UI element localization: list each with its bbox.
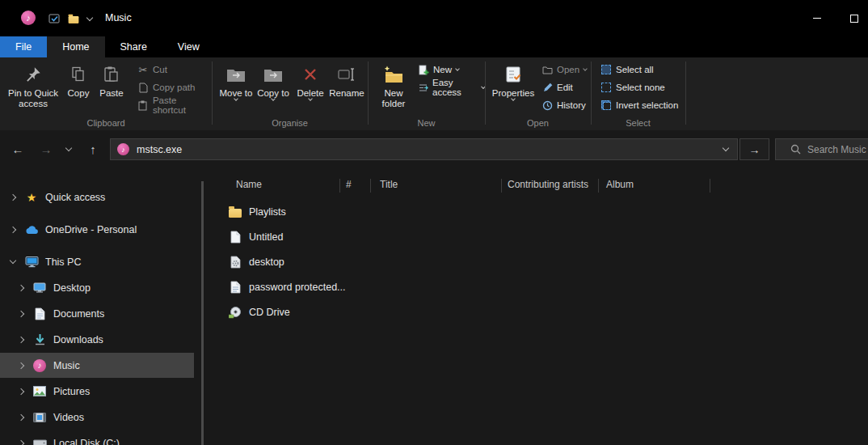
quick-access-new-folder-button[interactable] (66, 11, 81, 26)
select-all-label: Select all (616, 65, 654, 74)
easy-access-button[interactable]: Easy access (418, 80, 485, 95)
go-button[interactable]: → (739, 138, 769, 160)
cut-button[interactable]: ✂ Cut (137, 62, 167, 77)
paste-label: Paste (99, 88, 123, 99)
invert-selection-button[interactable]: Invert selection (600, 98, 678, 112)
sidebar-item-this-pc[interactable]: This PC (0, 249, 194, 274)
expander[interactable] (6, 261, 19, 263)
tab-share[interactable]: Share (105, 36, 162, 57)
chevron-right-icon (18, 310, 24, 316)
up-arrow-icon: ↑ (90, 142, 96, 156)
expander[interactable] (6, 195, 19, 200)
sidebar-item-music[interactable]: ♪ Music (0, 353, 194, 378)
sidebar-item-onedrive[interactable]: OneDrive - Personal (0, 217, 194, 242)
music-note-icon: ♪ (26, 13, 31, 23)
column-header-album[interactable]: Album (606, 179, 634, 190)
expander[interactable] (15, 389, 27, 394)
paste-shortcut-icon (137, 100, 149, 111)
sidebar-item-quick-access[interactable]: ★ Quick access (0, 184, 194, 210)
up-button[interactable]: ↑ (81, 138, 105, 160)
easy-access-icon (418, 83, 428, 93)
column-header-contributing-artists[interactable]: Contributing artists (508, 179, 588, 190)
music-note-icon: ♪ (117, 143, 129, 155)
address-bar[interactable]: ♪ mstsc.exe (110, 138, 738, 160)
move-to-button[interactable]: Move to (218, 63, 254, 100)
expander[interactable] (15, 415, 27, 420)
sidebar-label: Desktop (53, 282, 91, 294)
file-row-desktop[interactable]: desktop (218, 249, 711, 274)
sidebar-item-pictures[interactable]: Pictures (0, 379, 194, 404)
copy-path-button[interactable]: Copy path (137, 80, 195, 95)
sidebar-label: Downloads (53, 334, 103, 345)
address-dropdown-button[interactable] (714, 139, 737, 159)
cd-drive-icon (228, 305, 242, 320)
explorer-window: ♪ Music File Home Share View Pin to Quic… (0, 0, 868, 445)
back-button[interactable]: ← (6, 138, 30, 160)
column-divider[interactable] (598, 179, 599, 193)
sidebar-item-downloads[interactable]: Downloads (0, 327, 194, 352)
sidebar-item-videos[interactable]: Videos (0, 405, 194, 430)
quick-access-toolbar-dropdown[interactable] (84, 11, 95, 26)
edit-button[interactable]: Edit (541, 80, 573, 95)
minimize-button[interactable] (798, 0, 836, 36)
open-button[interactable]: Open (541, 62, 587, 77)
column-divider[interactable] (710, 179, 710, 193)
invert-selection-label: Invert selection (616, 100, 678, 110)
expander[interactable] (15, 363, 27, 368)
new-folder-button[interactable]: New folder (376, 63, 411, 109)
forward-button[interactable]: → (34, 138, 58, 160)
file-row-password-protected[interactable]: password protected... (218, 274, 711, 299)
column-divider[interactable] (501, 179, 502, 193)
go-arrow-icon: → (749, 143, 761, 156)
check-window-icon (48, 13, 60, 24)
copy-to-button[interactable]: Copy to (255, 63, 291, 100)
search-input[interactable]: Search Music (775, 138, 868, 160)
paste-button[interactable]: Paste (95, 63, 128, 99)
expander[interactable] (6, 227, 19, 232)
select-all-button[interactable]: Select all (600, 62, 654, 77)
column-divider[interactable] (339, 179, 340, 193)
file-row-playlists[interactable]: Playlists (218, 199, 711, 224)
new-item-icon (418, 65, 429, 75)
tab-view[interactable]: View (162, 36, 215, 57)
delete-button[interactable]: Delete (294, 63, 327, 100)
select-none-label: Select none (616, 83, 665, 92)
copy-button[interactable]: Copy (63, 63, 94, 99)
pin-to-quick-access-button[interactable]: Pin to Quick access (5, 63, 61, 109)
ribbon-group-organise: Move to Copy to Delete (212, 57, 368, 130)
file-row-untitled[interactable]: Untitled (218, 224, 711, 249)
address-path[interactable]: mstsc.exe (137, 144, 182, 155)
sidebar-item-documents[interactable]: Documents (0, 301, 194, 326)
expander[interactable] (15, 312, 27, 316)
properties-button[interactable]: Properties (490, 63, 537, 100)
tab-home[interactable]: Home (47, 36, 104, 57)
quick-access-properties-button[interactable] (47, 11, 61, 26)
forward-arrow-icon: → (40, 142, 53, 156)
new-item-button[interactable]: New (418, 62, 459, 77)
file-row-cd-drive[interactable]: CD Drive (218, 299, 711, 324)
column-header-title[interactable]: Title (380, 179, 398, 190)
copy-label: Copy (68, 88, 90, 99)
sidebar-scrollbar[interactable] (201, 181, 204, 445)
sidebar-item-local-disk-c[interactable]: Local Disk (C:) (0, 430, 194, 445)
history-button[interactable]: History (541, 98, 586, 112)
rename-button[interactable]: Rename (328, 63, 365, 99)
file-icon (228, 230, 242, 244)
column-divider[interactable] (370, 179, 371, 193)
organise-group-label: Organise (212, 118, 368, 128)
expander[interactable] (15, 337, 27, 342)
ribbon-tab-bar: File Home Share View (0, 36, 868, 57)
ribbon: Pin to Quick access Copy Paste ✂ Cut (0, 57, 868, 130)
chevron-down-icon (583, 66, 588, 71)
column-header-number[interactable]: # (346, 179, 352, 190)
expander[interactable] (15, 286, 27, 290)
expander[interactable] (15, 441, 27, 445)
select-none-button[interactable]: Select none (600, 80, 665, 95)
tab-file[interactable]: File (0, 36, 47, 57)
maximize-button[interactable] (836, 0, 868, 36)
column-header-name[interactable]: Name (236, 179, 262, 190)
recent-locations-dropdown[interactable] (61, 138, 76, 160)
paste-shortcut-button[interactable]: Paste shortcut (137, 98, 212, 112)
text-file-icon (228, 280, 242, 295)
sidebar-item-desktop[interactable]: Desktop (0, 275, 194, 300)
